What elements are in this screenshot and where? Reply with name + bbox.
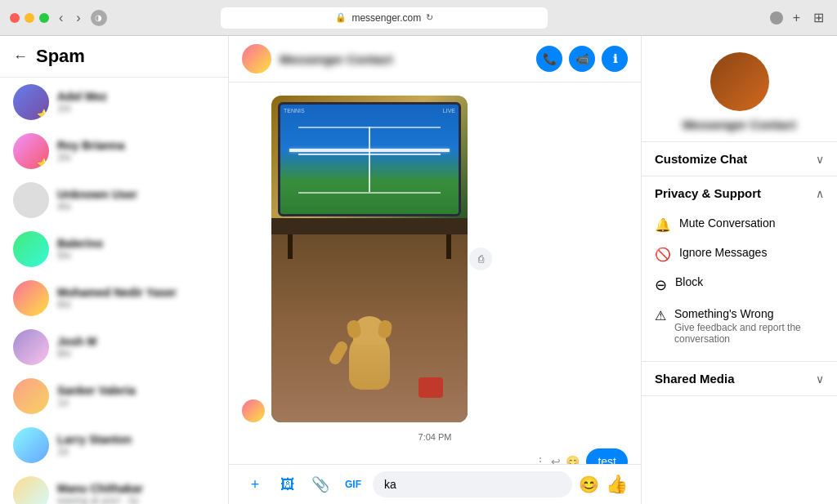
contact-info: Manu Chithakar waving at you! · 2y bbox=[57, 482, 215, 504]
refresh-icon: ↻ bbox=[426, 12, 433, 23]
add-content-button[interactable]: + bbox=[242, 471, 268, 497]
avatar: ⭐ bbox=[13, 133, 49, 169]
block-item[interactable]: ⊖ Block bbox=[655, 269, 824, 301]
contact-preview: 5hr bbox=[57, 250, 215, 261]
list-item[interactable]: Mohamed Nedir Yaser 6hr bbox=[0, 274, 228, 323]
chat-input-bar: + 🖼 📎 GIF 😊 👍 bbox=[229, 464, 641, 504]
emoji-react-icon[interactable]: 😊 bbox=[566, 455, 580, 464]
file-attach-button[interactable]: 📎 bbox=[307, 471, 333, 497]
contact-name: Manu Chithakar bbox=[57, 482, 215, 495]
list-item[interactable]: Balerino 5hr bbox=[0, 225, 228, 274]
minimize-button[interactable] bbox=[25, 13, 34, 23]
profile-icon bbox=[770, 11, 783, 25]
address-bar[interactable]: 🔒 messenger.com ↻ bbox=[221, 7, 548, 29]
sidebar-header: ← Spam bbox=[0, 36, 228, 78]
contact-info: Roy Brianna 2hr bbox=[57, 139, 215, 163]
mute-label: Mute Conversation bbox=[679, 216, 776, 230]
contact-name: Unknown User bbox=[57, 188, 215, 201]
list-item[interactable]: Sanker Valeria 1d bbox=[0, 372, 228, 421]
contact-name: Balerino bbox=[57, 237, 215, 250]
warning-icon: ⚠ bbox=[655, 308, 666, 323]
right-panel: Messenger Contact Customize Chat ∨ Priva… bbox=[641, 36, 837, 504]
mute-conversation-item[interactable]: 🔔 Mute Conversation bbox=[655, 210, 824, 239]
customize-chevron-icon: ∨ bbox=[816, 153, 824, 166]
voice-call-button[interactable]: 📞 bbox=[536, 46, 562, 72]
privacy-icon: ◑ bbox=[91, 10, 107, 26]
gif-button[interactable]: GIF bbox=[340, 471, 366, 497]
list-item[interactable]: ⭐ Roy Brianna 2hr bbox=[0, 127, 228, 176]
list-item[interactable]: Larry Stanton 2d bbox=[0, 421, 228, 470]
shared-media-label: Shared Media bbox=[655, 372, 735, 386]
like-button[interactable]: 👍 bbox=[606, 474, 628, 495]
more-options-icon[interactable]: ⋮ bbox=[535, 455, 546, 464]
avatar bbox=[13, 182, 49, 218]
browser-right-actions: + ⊞ bbox=[770, 8, 827, 27]
contact-info: Larry Stanton 2d bbox=[57, 433, 215, 457]
somethings-wrong-item[interactable]: ⚠ Something's Wrong Give feedback and re… bbox=[655, 301, 824, 351]
sidebar: ← Spam ⭐ Adel Mez 1hr ⭐ Roy Brianna 2h bbox=[0, 36, 229, 504]
panel-avatar bbox=[710, 52, 769, 111]
emoji-picker-button[interactable]: 😊 bbox=[579, 475, 599, 494]
list-item[interactable]: ⭐ Adel Mez 1hr bbox=[0, 78, 228, 127]
avatar bbox=[13, 427, 49, 463]
contact-preview: waving at you! · 2y bbox=[57, 495, 215, 504]
contact-info: Sanker Valeria 1d bbox=[57, 384, 215, 408]
contact-preview: 2d bbox=[57, 446, 215, 457]
mute-icon: 🔔 bbox=[655, 217, 671, 233]
ignore-label: Ignore Messages bbox=[679, 246, 767, 259]
avatar bbox=[13, 378, 49, 414]
message-input[interactable] bbox=[373, 471, 572, 497]
customize-chat-label: Customize Chat bbox=[655, 152, 747, 166]
maximize-button[interactable] bbox=[39, 13, 49, 23]
sent-message-bubble: test bbox=[586, 448, 628, 464]
back-nav-button[interactable]: ‹ bbox=[56, 9, 66, 27]
chat-messages: TENNISLIVE bbox=[229, 83, 641, 464]
list-item[interactable]: Unknown User 4hr bbox=[0, 176, 228, 225]
customize-chat-header[interactable]: Customize Chat ∨ bbox=[642, 142, 837, 176]
chat-contact-name: Messenger Contact bbox=[280, 52, 528, 66]
reply-icon[interactable]: ↩ bbox=[551, 455, 561, 464]
avatar bbox=[13, 329, 49, 365]
ignore-messages-item[interactable]: 🚫 Ignore Messages bbox=[655, 239, 824, 269]
status-emoji: ⭐ bbox=[37, 158, 49, 169]
list-item[interactable]: Manu Chithakar waving at you! · 2y bbox=[0, 470, 228, 504]
contact-info: Unknown User 4hr bbox=[57, 188, 215, 212]
info-button[interactable]: ℹ bbox=[602, 46, 628, 72]
message-timestamp: 7:04 PM bbox=[242, 432, 628, 442]
close-button[interactable] bbox=[10, 13, 20, 23]
privacy-support-content: 🔔 Mute Conversation 🚫 Ignore Messages ⊖ … bbox=[642, 210, 837, 361]
contact-preview: 8hr bbox=[57, 348, 215, 359]
share-button[interactable]: ⎙ bbox=[469, 248, 492, 270]
avatar bbox=[13, 231, 49, 267]
block-label: Block bbox=[675, 275, 703, 288]
avatar: ⭐ bbox=[13, 84, 49, 120]
browser-chrome: ‹ › ◑ 🔒 messenger.com ↻ + ⊞ bbox=[0, 0, 837, 36]
shared-media-chevron-icon: ∨ bbox=[816, 372, 824, 386]
video-call-button[interactable]: 📹 bbox=[569, 46, 595, 72]
new-tab-button[interactable]: + bbox=[790, 9, 803, 27]
sent-message-text: test bbox=[598, 455, 616, 464]
message-image-container: TENNISLIVE bbox=[271, 96, 468, 422]
lock-icon: 🔒 bbox=[335, 12, 347, 23]
privacy-support-header[interactable]: Privacy & Support ∧ bbox=[642, 176, 837, 210]
contact-name: Mohamed Nedir Yaser bbox=[57, 286, 215, 299]
message-image[interactable]: TENNISLIVE bbox=[271, 96, 468, 422]
contact-name: Roy Brianna bbox=[57, 139, 215, 152]
url-text: messenger.com bbox=[351, 12, 421, 24]
customize-chat-section: Customize Chat ∨ bbox=[642, 142, 837, 176]
message-action-icons: ⋮ ↩ 😊 bbox=[535, 455, 580, 464]
list-item[interactable]: Josh M 8hr bbox=[0, 323, 228, 372]
avatar bbox=[13, 476, 49, 504]
panel-profile: Messenger Contact bbox=[642, 36, 837, 142]
contact-preview: 2hr bbox=[57, 152, 215, 163]
chat-header: Messenger Contact 📞 📹 ℹ bbox=[229, 36, 641, 83]
shared-media-header[interactable]: Shared Media ∨ bbox=[642, 362, 837, 395]
privacy-chevron-icon: ∧ bbox=[816, 187, 824, 200]
forward-nav-button[interactable]: › bbox=[73, 9, 83, 27]
somethings-wrong-text-group: Something's Wrong Give feedback and repo… bbox=[674, 307, 824, 345]
photo-video-button[interactable]: 🖼 bbox=[275, 471, 301, 497]
tabs-button[interactable]: ⊞ bbox=[810, 8, 827, 27]
chat-contact-avatar bbox=[242, 44, 271, 74]
back-button[interactable]: ← bbox=[13, 48, 28, 65]
panel-contact-name: Messenger Contact bbox=[683, 118, 795, 132]
